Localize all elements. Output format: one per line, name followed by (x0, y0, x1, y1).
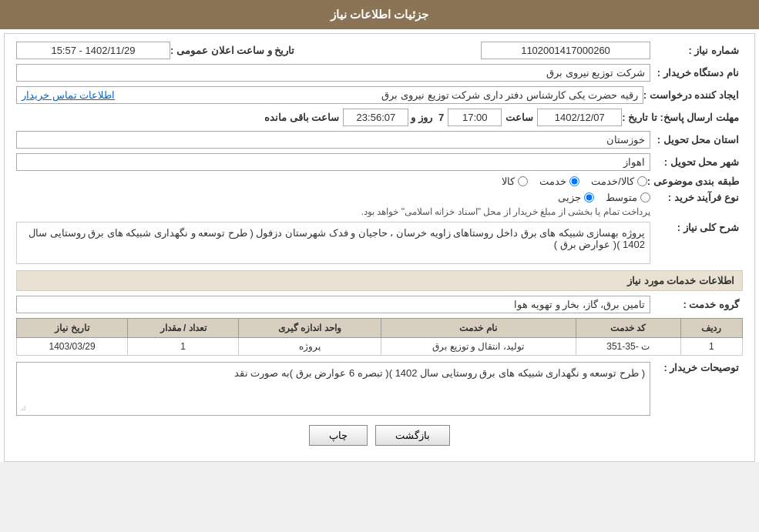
col-vahed-andaze: واحد اندازه گیری (239, 319, 381, 338)
ijad-konande-label: ایجاد کننده درخواست : (643, 89, 743, 101)
tarikh-elan-value: 1402/11/29 - 15:57 (16, 42, 170, 59)
ettelaat-tamas-link[interactable]: اطلاعات تماس خریدار (22, 89, 115, 101)
page-header: جزئیات اطلاعات نیاز (0, 0, 759, 29)
radio-kala-khedmat[interactable] (637, 176, 647, 186)
radio-motavaset-item[interactable]: متوسط (606, 192, 650, 203)
toseeh-value: ( طرح توسعه و نگهداری شبیکه های برق روست… (16, 362, 650, 416)
radio-khedmat[interactable] (569, 176, 579, 186)
nam-dastgah-value: شرکت توزیع نیروی برق (16, 64, 650, 82)
toseeh-label: توصیحات خریدار : (650, 362, 743, 373)
now-farayand-label: نوع فرآیند خرید : (650, 192, 743, 203)
shahr-label: شهر محل تحویل : (650, 156, 743, 168)
col-radif: ردیف (680, 319, 742, 338)
rooz-label: روز و (411, 112, 432, 123)
ijad-konande-value: رقیه حضرت یکی کارشناس دفتر داری شرکت توز… (381, 89, 638, 101)
radio-jozvi-label: جزیی (558, 192, 581, 203)
mande-value: 23:56:07 (343, 109, 408, 126)
shahr-value: اهواز (16, 153, 650, 171)
shomare-niaz-value: 1102001417000260 (481, 42, 650, 59)
sharh-value: پروژه بهسازی شبیکه های برق داخل روستاهای… (16, 222, 650, 264)
sharh-label: شرح کلی نیاز : (650, 222, 743, 233)
tarikh-elan-label: تاریخ و ساعت اعلان عمومی : (170, 45, 298, 56)
back-button[interactable]: بازگشت (375, 425, 450, 446)
ostan-label: استان محل تحویل : (650, 134, 743, 146)
services-table: ردیف کد خدمت نام خدمت واحد اندازه گیری ت… (16, 318, 743, 356)
resize-handle[interactable]: ⊿ (20, 403, 26, 412)
page-title: جزئیات اطلاعات نیاز (331, 8, 428, 21)
shomare-niaz-label: شماره نیاز : (650, 45, 743, 56)
table-row: 1ت -35-351تولید، انتقال و توزیع برقپروژه… (17, 338, 743, 356)
col-nam-khedmat: نام خدمت (381, 319, 576, 338)
print-button[interactable]: چاپ (309, 425, 368, 446)
radio-motavaset-label: متوسط (606, 192, 637, 203)
button-row: بازگشت چاپ (16, 425, 743, 446)
saat-label: ساعت (505, 112, 533, 123)
grohe-khedmat-label: گروه خدمت : (650, 299, 743, 310)
khedamat-section-title: اطلاعات خدمات مورد نیاز (16, 270, 743, 291)
radio-kala[interactable] (518, 176, 528, 186)
col-tarikh-niaz: تاریخ نیاز (17, 319, 128, 338)
farayand-description: پرداخت تمام یا بخشی از مبلغ خریدار از مح… (16, 206, 650, 217)
radio-khedmat-label: خدمت (539, 176, 566, 187)
nam-dastgah-label: نام دستگاه خریدار : (650, 67, 743, 79)
saat-value: 17:00 (448, 109, 502, 126)
ostan-value: خوزستان (16, 131, 650, 149)
farayand-radio-group: متوسط جزیی (16, 192, 650, 203)
col-tedad-meqdad: تعداد / مقدار (128, 319, 239, 338)
radio-kala-label: کالا (502, 176, 515, 187)
tabaqebandi-label: طبقه بندی موضوعی : (647, 176, 743, 187)
ijad-konande-box: رقیه حضرت یکی کارشناس دفتر داری شرکت توز… (16, 86, 643, 104)
radio-jozvi-item[interactable]: جزیی (558, 192, 594, 203)
mande-label: ساعت باقی مانده (264, 112, 339, 123)
grohe-khedmat-value: تامین برق، گاز، بخار و تهویه هوا (16, 296, 650, 313)
radio-jozvi[interactable] (584, 192, 594, 202)
rooz-value: 7 (438, 112, 444, 123)
radio-kala-khedmat-item[interactable]: کالا/خدمت (591, 176, 647, 187)
radio-khedmat-item[interactable]: خدمت (539, 176, 579, 187)
radio-kala-khedmat-label: کالا/خدمت (591, 176, 634, 187)
tabaqebandi-radio-group: کالا/خدمت خدمت کالا (502, 176, 647, 187)
mohlat-label: مهلت ارسال پاسخ: تا تاریخ : (622, 112, 743, 123)
radio-motavaset[interactable] (640, 192, 650, 202)
radio-kala-item[interactable]: کالا (502, 176, 528, 187)
col-kod-khedmat: کد خدمت (576, 319, 680, 338)
date-value: 1402/12/07 (537, 109, 622, 126)
